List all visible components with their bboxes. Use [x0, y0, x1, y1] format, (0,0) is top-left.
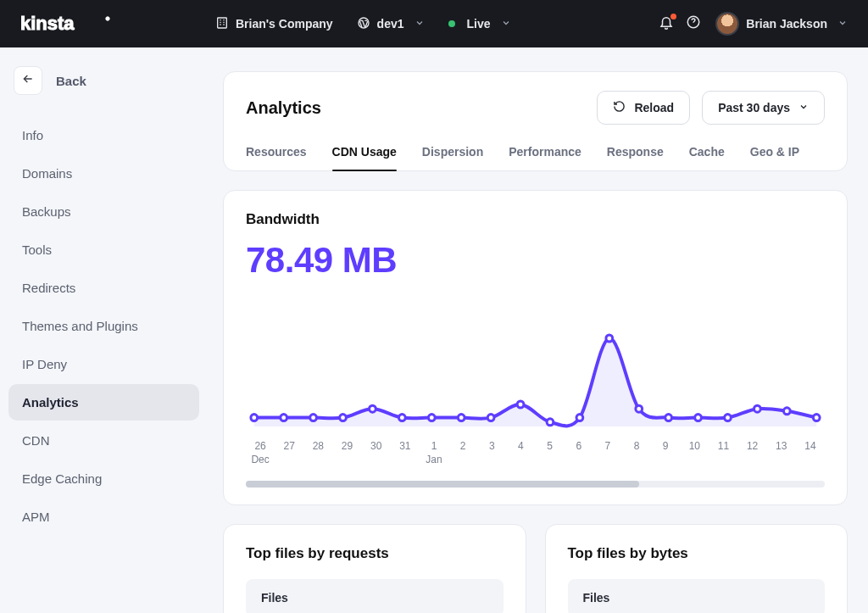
reload-icon — [613, 100, 626, 115]
chart-x-tick: 1 — [420, 440, 448, 452]
notification-badge — [670, 14, 676, 20]
avatar — [715, 12, 739, 36]
top-files-by-bytes-title: Top files by bytes — [568, 545, 826, 562]
building-icon — [215, 16, 229, 32]
svg-point-10 — [398, 415, 405, 421]
svg-point-1 — [106, 17, 109, 20]
chart-x-subtick — [565, 454, 593, 465]
chart-x-tick: 14 — [796, 440, 825, 452]
user-name: Brian Jackson — [746, 17, 827, 31]
chart-x-tick: 29 — [332, 440, 361, 452]
svg-point-18 — [636, 405, 643, 412]
chevron-down-icon — [837, 17, 848, 31]
arrow-left-icon — [21, 72, 35, 89]
tab-performance[interactable]: Performance — [509, 145, 581, 170]
chart-x-subtick — [593, 454, 622, 465]
chart-x-subtick: Dec — [246, 454, 275, 465]
svg-point-11 — [428, 415, 435, 421]
sidebar-item-apm[interactable]: APM — [8, 499, 199, 535]
analytics-header-card: Analytics Reload Past 30 days — [223, 71, 848, 171]
svg-point-7 — [310, 415, 317, 421]
chart-x-tick: 3 — [477, 440, 506, 452]
reload-label: Reload — [634, 101, 674, 114]
sidebar-item-cdn[interactable]: CDN — [8, 422, 199, 459]
chart-x-tick: 6 — [565, 440, 593, 452]
chart-x-tick: 27 — [275, 440, 303, 452]
svg-point-12 — [458, 415, 465, 421]
sidebar-item-backups[interactable]: Backups — [8, 193, 199, 230]
sidebar-item-info[interactable]: Info — [8, 117, 199, 153]
chart-x-subtick — [767, 454, 796, 465]
chart-x-tick: 7 — [593, 440, 622, 452]
chart-x-subtick — [391, 454, 420, 465]
chart-x-tick: 31 — [391, 440, 420, 452]
sidebar-item-redirects[interactable]: Redirects — [8, 270, 199, 306]
svg-point-13 — [487, 415, 494, 421]
sidebar-item-domains[interactable]: Domains — [8, 155, 199, 192]
chart-x-tick: 2 — [448, 440, 477, 452]
chart-x-subtick — [303, 454, 332, 465]
chart-x-tick: 4 — [506, 440, 535, 452]
tab-cdn-usage[interactable]: CDN Usage — [332, 145, 397, 170]
chart-x-subtick — [738, 454, 767, 465]
sidebar-item-analytics[interactable]: Analytics — [8, 384, 199, 421]
sidebar-item-ip-deny[interactable]: IP Deny — [8, 346, 199, 382]
chart-x-subtick — [477, 454, 506, 465]
reload-button[interactable]: Reload — [597, 91, 690, 125]
chart-x-tick: 5 — [536, 440, 565, 452]
svg-point-8 — [340, 415, 347, 421]
chart-x-subtick — [796, 454, 825, 465]
back-button[interactable] — [14, 66, 42, 95]
notifications-button[interactable] — [653, 10, 680, 37]
site-switcher[interactable]: dev1 — [357, 16, 425, 32]
svg-point-24 — [813, 415, 820, 421]
svg-point-15 — [547, 419, 554, 426]
sidebar-item-tools[interactable]: Tools — [8, 231, 199, 268]
bandwidth-title: Bandwidth — [246, 211, 825, 228]
tab-dispersion[interactable]: Dispersion — [422, 145, 483, 170]
sidebar-item-themes-and-plugins[interactable]: Themes and Plugins — [8, 308, 199, 344]
tab-cache[interactable]: Cache — [689, 145, 725, 170]
sidebar-item-edge-caching[interactable]: Edge Caching — [8, 460, 199, 497]
chart-x-tick: 12 — [738, 440, 767, 452]
chart-x-tick: 11 — [709, 440, 737, 452]
chart-x-subtick — [362, 454, 391, 465]
chart-scrollbar-thumb[interactable] — [246, 481, 639, 488]
svg-point-21 — [725, 415, 732, 421]
bandwidth-panel: Bandwidth 78.49 MB 262728293031123456789… — [223, 190, 848, 505]
company-switcher[interactable]: Brian's Company — [215, 16, 333, 32]
tab-resources[interactable]: Resources — [246, 145, 307, 170]
sidebar: Back InfoDomainsBackupsToolsRedirectsThe… — [0, 47, 208, 613]
chart-x-subtick — [651, 454, 680, 465]
chart-x-subtick — [332, 454, 361, 465]
chart-x-subtick — [680, 454, 709, 465]
tab-geo-ip[interactable]: Geo & IP — [750, 145, 799, 170]
svg-point-17 — [606, 335, 613, 342]
top-files-by-bytes-panel: Top files by bytes Files — [545, 524, 849, 613]
user-menu[interactable]: Brian Jackson — [715, 12, 848, 36]
status-dot-icon — [448, 20, 455, 27]
files-column-header: Files — [246, 579, 504, 613]
help-button[interactable] — [680, 10, 707, 37]
svg-point-22 — [754, 405, 760, 412]
svg-point-19 — [665, 415, 672, 421]
svg-point-20 — [695, 415, 702, 421]
chart-x-tick: 9 — [651, 440, 680, 452]
chevron-down-icon — [798, 101, 809, 114]
environment-switcher[interactable]: Live — [448, 17, 511, 31]
date-range-button[interactable]: Past 30 days — [702, 91, 825, 125]
analytics-tabs: ResourcesCDN UsageDispersionPerformanceR… — [246, 145, 825, 170]
chart-scrollbar[interactable] — [246, 481, 825, 488]
chart-x-subtick — [709, 454, 737, 465]
svg-point-14 — [517, 401, 524, 408]
chart-x-subtick — [448, 454, 477, 465]
company-name: Brian's Company — [236, 17, 333, 31]
svg-point-16 — [576, 415, 583, 421]
chart-x-subtick — [622, 454, 651, 465]
chevron-down-icon — [501, 17, 511, 31]
tab-response[interactable]: Response — [607, 145, 664, 170]
chart-x-tick: 13 — [767, 440, 796, 452]
svg-point-9 — [370, 405, 376, 412]
help-icon — [686, 14, 701, 33]
chart-x-subtick — [275, 454, 303, 465]
